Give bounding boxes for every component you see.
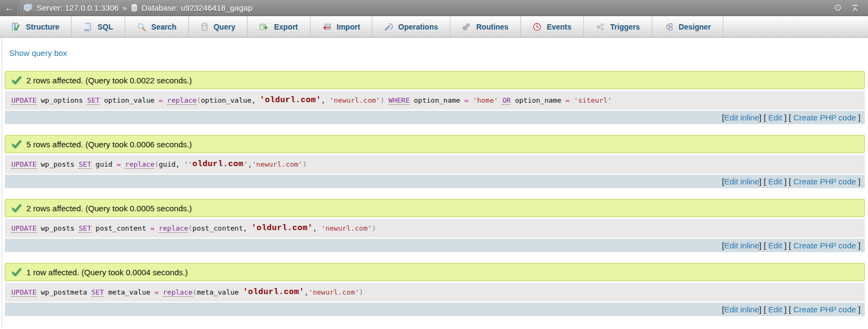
structure-icon — [12, 23, 20, 31]
sql-token-id: post_content — [91, 224, 151, 232]
sql-token-id — [498, 96, 503, 104]
sql-token-kw: UPDATE — [11, 96, 37, 105]
sql-token-str: 'newurl.com' — [308, 288, 359, 296]
tab-label: Import — [337, 23, 361, 31]
settings-gear-icon[interactable]: ⚙ — [834, 3, 842, 13]
tab-events[interactable]: Events — [521, 16, 584, 37]
bracket-text: ] [ — [759, 241, 768, 250]
sql-token-id — [159, 288, 163, 296]
edit-link[interactable]: Edit — [768, 305, 782, 314]
tab-triggers[interactable]: Triggers — [584, 16, 652, 37]
sql-token-bigstr: 'oldurl.com' — [260, 96, 321, 105]
sql-token-id: option_name — [511, 96, 566, 104]
import-icon — [322, 23, 331, 31]
query-result-block: 2 rows affected. (Query took 0.0022 seco… — [5, 71, 865, 124]
designer-icon — [664, 23, 673, 31]
sql-token-id — [154, 224, 159, 232]
sql-token-id: wp_posts — [37, 224, 79, 232]
tab-label: Triggers — [610, 23, 640, 31]
tab-designer[interactable]: Designer — [652, 16, 723, 37]
success-check-icon — [12, 268, 22, 276]
action-links: [Edit inline] [ Edit ] [ Create PHP code… — [5, 111, 865, 124]
success-check-icon — [12, 76, 22, 84]
edit-inline-link[interactable]: Edit inline — [724, 305, 759, 314]
sql-token-id: , — [248, 160, 252, 168]
tab-label: Query — [214, 23, 235, 31]
sql-query: UPDATE wp_options SET option_value = rep… — [5, 91, 865, 110]
success-message: 5 rows affected. (Query took 0.0006 seco… — [26, 140, 192, 149]
tab-operations[interactable]: Operations — [372, 16, 450, 37]
sql-query: UPDATE wp_posts SET post_content = repla… — [5, 219, 865, 238]
query-icon — [201, 23, 208, 31]
database-breadcrumb[interactable]: Database: u923246418_gagap — [142, 3, 252, 12]
bracket-text: ] [ — [782, 305, 793, 314]
edit-inline-link[interactable]: Edit inline — [724, 113, 759, 122]
sql-token-kw: SET — [79, 160, 91, 169]
tab-export[interactable]: Export — [248, 16, 310, 37]
tab-sql[interactable]: SQL — [72, 16, 125, 37]
sql-token-op: = — [154, 288, 159, 296]
routines-icon — [462, 23, 471, 31]
sql-token-str: 'newurl.com' — [330, 96, 380, 104]
sql-token-id: meta_value — [196, 288, 243, 296]
bracket-text: ] — [856, 177, 860, 186]
tab-import[interactable]: Import — [310, 16, 373, 37]
sql-token-kw: UPDATE — [11, 288, 37, 297]
database-tabbar: Structure SQL Search Query — [0, 16, 868, 38]
sql-token-kw: replace — [159, 224, 188, 233]
sql-token-id: guid — [91, 160, 117, 168]
action-links: [Edit inline] [ Edit ] [ Create PHP code… — [5, 175, 865, 188]
breadcrumb: Server: 127.0.0.1:3306 » Database: u9232… — [24, 3, 252, 12]
edit-link[interactable]: Edit — [768, 113, 782, 122]
sql-token-str: 'home' — [473, 96, 498, 104]
tab-structure[interactable]: Structure — [0, 16, 72, 37]
sql-token-par: ( — [193, 288, 197, 296]
tab-label: Routines — [476, 23, 509, 31]
query-result-block: 2 rows affected. (Query took 0.0005 seco… — [5, 199, 865, 252]
back-button[interactable]: ← — [0, 0, 19, 16]
sql-token-par: ) — [359, 288, 363, 296]
sql-token-id — [121, 160, 125, 168]
show-query-box-link[interactable]: Show query box — [9, 48, 67, 58]
bracket-text: ] [ — [782, 113, 793, 122]
edit-inline-link[interactable]: Edit inline — [724, 241, 759, 250]
sql-token-str: 'newurl.com' — [252, 160, 302, 168]
query-results-page: Show query box 2 rows affected. (Query t… — [2, 38, 868, 328]
database-icon — [131, 4, 138, 12]
tab-routines[interactable]: Routines — [450, 16, 521, 37]
sql-token-op: = — [566, 96, 570, 104]
tab-search[interactable]: Search — [125, 16, 189, 37]
create-php-code-link[interactable]: Create PHP code — [793, 305, 856, 314]
tab-label: Search — [151, 23, 177, 31]
sql-token-kw: replace — [167, 96, 197, 105]
create-php-code-link[interactable]: Create PHP code — [793, 113, 856, 122]
topbar-actions: ⚙ — [834, 3, 859, 13]
sql-token-id: option_value, — [201, 96, 260, 104]
sql-token-par: ) — [372, 224, 376, 232]
breadcrumb-separator: » — [123, 3, 127, 12]
events-icon — [533, 23, 541, 31]
success-message-bar: 2 rows affected. (Query took 0.0005 seco… — [5, 199, 865, 217]
sql-token-par: ) — [302, 160, 307, 168]
edit-link[interactable]: Edit — [768, 177, 782, 186]
server-breadcrumb[interactable]: Server: 127.0.0.1:3306 — [37, 3, 119, 12]
collapse-to-top-icon[interactable] — [851, 4, 859, 12]
edit-link[interactable]: Edit — [768, 241, 782, 250]
sql-token-op: = — [159, 96, 163, 104]
action-links: [Edit inline] [ Edit ] [ Create PHP code… — [5, 303, 865, 316]
sql-token-bigstr: 'oldurl.com' — [251, 224, 313, 233]
sql-token-bigstr: 'oldurl.com' — [243, 288, 305, 297]
bracket-text: ] — [856, 241, 860, 250]
sql-token-str: '' — [184, 160, 193, 168]
create-php-code-link[interactable]: Create PHP code — [793, 177, 856, 186]
tab-query[interactable]: Query — [189, 16, 248, 37]
success-message: 2 rows affected. (Query took 0.0022 seco… — [26, 76, 192, 85]
sql-token-kw: replace — [125, 160, 154, 169]
create-php-code-link[interactable]: Create PHP code — [793, 241, 856, 250]
sql-token-par: ( — [188, 224, 193, 232]
sql-token-id — [163, 96, 167, 104]
edit-inline-link[interactable]: Edit inline — [724, 177, 759, 186]
sql-token-bigstr: oldurl.com — [193, 160, 244, 169]
tab-label: Operations — [398, 23, 438, 31]
operations-icon — [384, 23, 393, 31]
